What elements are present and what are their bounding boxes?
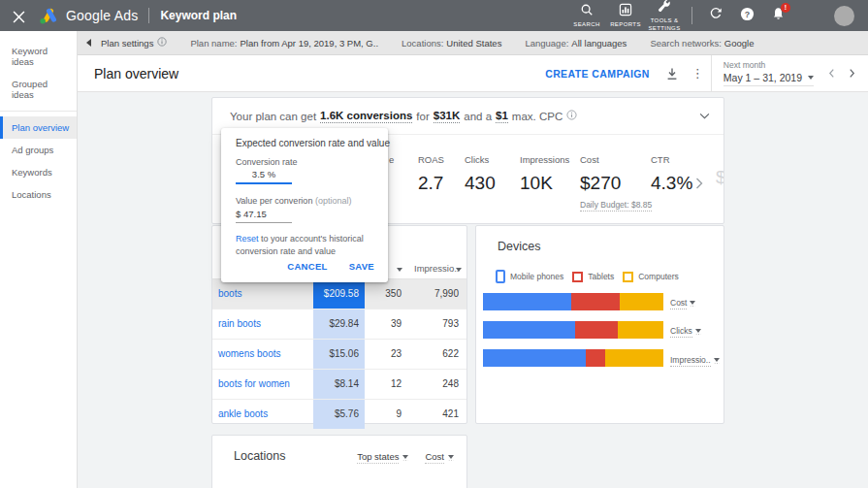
notifications-button[interactable]: ! [765, 7, 790, 25]
clicks-tablet-segment [575, 321, 619, 339]
collapse-arrow-icon[interactable] [86, 39, 91, 47]
tools-settings-button[interactable]: TOOLS & SETTINGS [645, 0, 684, 32]
cost-tablet-segment [571, 293, 620, 310]
top-states-dropdown[interactable]: Top states [357, 451, 408, 464]
chevron-down-icon [808, 76, 814, 80]
search-icon [580, 3, 594, 20]
keyword-link[interactable]: boots [218, 288, 241, 299]
save-button[interactable]: SAVE [349, 261, 374, 272]
cost-bar-dropdown[interactable]: Cost [670, 298, 695, 309]
computer-icon [623, 272, 633, 282]
clicks-computer-segment [618, 321, 663, 339]
keyword-link[interactable]: rain boots [218, 318, 261, 329]
create-campaign-button[interactable]: CREATE CAMPAIGN [545, 68, 650, 80]
locations-metric-dropdown[interactable]: Cost [425, 451, 454, 464]
keywords-table-body: boots $209.58 350 7,990 rain boots $29.8… [212, 279, 466, 429]
previous-period-icon[interactable] [828, 68, 835, 79]
cost-bar [483, 293, 663, 310]
clicks-bar [483, 321, 663, 339]
avatar[interactable] [834, 6, 854, 26]
devices-legend: Mobile phones Tablets Computers [496, 270, 688, 283]
google-ads-logo-icon[interactable] [38, 7, 59, 25]
sidebar-item-ad-groups[interactable]: Ad groups [0, 139, 77, 161]
more-options-icon[interactable]: ⋮ [691, 66, 703, 81]
notification-badge: ! [781, 3, 790, 13]
plan-name-field[interactable]: Plan name:Plan from Apr 19, 2019, 3 PM, … [190, 38, 378, 49]
sidebar-item-locations[interactable]: Locations [0, 183, 77, 206]
keyword-link[interactable]: ankle boots [218, 408, 268, 419]
cancel-button[interactable]: CANCEL [287, 261, 327, 272]
help-icon: ? [740, 7, 755, 25]
language-field[interactable]: Language:All languages [525, 38, 627, 49]
scroll-metrics-right-icon[interactable] [695, 176, 703, 193]
sidebar: Keyword ideas Grouped ideas Plan overvie… [0, 31, 78, 488]
conversions-forecast-link[interactable]: 1.6K conversions [320, 110, 412, 123]
refresh-icon [709, 7, 723, 24]
plan-settings-label[interactable]: Plan settings [101, 38, 153, 49]
cost-cell: $15.06 [313, 340, 365, 369]
reports-button[interactable]: REPORTS [606, 3, 645, 29]
download-icon[interactable] [665, 67, 679, 81]
clicks-cell: 39 [363, 318, 402, 329]
product-name: Google Ads [66, 8, 138, 23]
cost-cell: $8.14 [313, 370, 365, 399]
date-range-selector[interactable]: Next month May 1 – 31, 2019 [711, 55, 821, 92]
value-per-conversion-input[interactable]: $ 47.15 [236, 209, 292, 223]
impressions-column-dropdown-icon[interactable] [456, 268, 462, 272]
daily-budget-link[interactable]: Daily Budget: $8.85 [580, 200, 652, 211]
clicks-bar-dropdown[interactable]: Clicks [670, 326, 701, 338]
sidebar-item-keywords[interactable]: Keywords [0, 161, 77, 183]
wrench-icon [658, 0, 671, 16]
legend-computers: Computers [623, 272, 679, 282]
conversion-rate-input[interactable]: 3.5 % [236, 169, 292, 184]
cost-computer-segment [620, 293, 663, 310]
table-row: boots for women $8.14 12 248 [212, 370, 466, 400]
impressions-tablet-segment [586, 349, 605, 367]
date-context-label: Next month [723, 60, 814, 70]
sidebar-divider [0, 111, 77, 112]
value-per-conversion-label: Value per converion (optional) [236, 196, 351, 206]
search-button[interactable]: SEARCH [567, 3, 606, 29]
clicks-column-dropdown-icon[interactable] [397, 268, 402, 272]
keyword-link[interactable]: boots for women [218, 378, 290, 389]
table-row: rain boots $29.84 39 793 [212, 309, 466, 340]
metric-partially-hidden: e [389, 154, 394, 173]
impressions-computer-segment [605, 349, 663, 367]
chevron-down-icon [402, 455, 408, 461]
metric-cost: Cost $270 Daily Budget: $8.85 [580, 154, 652, 211]
page-title: Plan overview [94, 66, 178, 81]
help-button[interactable]: ? [734, 7, 759, 25]
mobile-phone-icon [496, 270, 505, 283]
cost-forecast-link[interactable]: $31K [434, 110, 461, 123]
sidebar-item-plan-overview[interactable]: Plan overview [0, 116, 77, 139]
info-icon[interactable] [566, 110, 577, 122]
cost-mobile-segment [483, 293, 571, 310]
impressions-column-dropdown[interactable]: Impressio.. [414, 263, 459, 274]
clipped-next-metric: $ [716, 167, 724, 188]
reset-link[interactable]: Reset [236, 234, 259, 244]
search-networks-field[interactable]: Search networks:Google [650, 38, 754, 49]
refresh-button[interactable] [703, 7, 728, 24]
close-icon[interactable] [13, 10, 25, 22]
sidebar-item-grouped-ideas[interactable]: Grouped ideas [0, 73, 77, 106]
table-row: ankle boots $5.76 9 421 [212, 400, 466, 429]
conversion-rate-label: Conversion rate [236, 157, 298, 167]
devices-card: Devices Mobile phones Tablets Computers [475, 225, 724, 424]
next-period-icon[interactable] [849, 68, 855, 79]
dialog-title: Expected conversion rate and value [236, 138, 390, 148]
reports-icon [619, 3, 632, 20]
page-header: Plan overview CREATE CAMPAIGN ⋮ Next mon… [78, 55, 868, 92]
tablet-icon [572, 272, 583, 282]
impressions-bar-dropdown[interactable]: Impressio.. [670, 355, 720, 367]
max-cpc-link[interactable]: $1 [496, 110, 508, 123]
info-icon[interactable] [157, 37, 167, 49]
locations-title: Locations [234, 449, 286, 463]
app-bar: Google Ads Keyword plan SEARCH REPORTS [0, 0, 868, 31]
locations-field[interactable]: Locations:United States [402, 38, 501, 49]
collapse-banner-icon[interactable] [699, 113, 710, 119]
impressions-cell: 7,990 [408, 288, 459, 299]
appbar-separator [691, 7, 692, 24]
svg-text:?: ? [744, 9, 749, 18]
keyword-link[interactable]: womens boots [218, 348, 280, 359]
sidebar-item-keyword-ideas[interactable]: Keyword ideas [0, 40, 77, 73]
